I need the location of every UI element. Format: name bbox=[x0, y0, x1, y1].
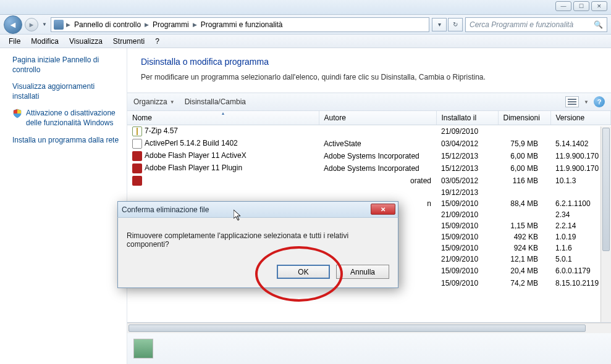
help-icon[interactable]: ? bbox=[594, 96, 605, 107]
chevron-down-icon[interactable]: ▼ bbox=[584, 99, 589, 105]
organize-button[interactable]: Organizza▼ bbox=[133, 97, 175, 106]
confirm-dialog: Conferma eliminazione file ✕ Rimuovere c… bbox=[117, 201, 398, 288]
selected-program-icon bbox=[133, 339, 153, 358]
program-installed: 21/09/2010 bbox=[436, 209, 498, 220]
program-size: 1,15 MB bbox=[498, 220, 550, 231]
sidebar-link-network-install[interactable]: Installa un programma dalla rete bbox=[12, 136, 122, 146]
sidebar-link-windows-features[interactable]: Attivazione o disattivazione delle funzi… bbox=[12, 109, 122, 128]
program-installed: 15/09/2010 bbox=[436, 198, 498, 209]
breadcrumb-item[interactable]: Programmi bbox=[151, 20, 190, 29]
program-installed: 15/12/2013 bbox=[436, 162, 498, 175]
search-input[interactable]: Cerca Programmi e funzionalità 🔍 bbox=[465, 17, 607, 32]
scrollbar-thumb[interactable] bbox=[602, 128, 610, 251]
dialog-close-button[interactable]: ✕ bbox=[371, 204, 395, 215]
program-installed: 15/09/2010 bbox=[436, 220, 498, 231]
program-icon bbox=[132, 176, 142, 186]
program-installed: 19/12/2013 bbox=[436, 187, 498, 198]
table-row[interactable]: 19/12/2013 bbox=[127, 187, 611, 198]
program-name: ActivePerl 5.14.2 Build 1402 bbox=[145, 139, 238, 147]
nav-history-dropdown[interactable]: ▼ bbox=[41, 17, 48, 32]
program-icon bbox=[132, 151, 142, 161]
program-size: 492 KB bbox=[498, 231, 550, 242]
breadcrumb[interactable]: ▶ Pannello di controllo ▶ Programmi ▶ Pr… bbox=[51, 17, 429, 32]
program-name: 7-Zip 4.57 bbox=[145, 126, 178, 135]
uninstall-change-button[interactable]: Disinstalla/Cambia bbox=[185, 97, 246, 106]
col-header-name[interactable]: Nome bbox=[127, 111, 319, 125]
program-size: 74,2 MB bbox=[498, 277, 550, 289]
program-author: Adobe Systems Incorporated bbox=[319, 162, 436, 175]
menu-file[interactable]: File bbox=[4, 35, 25, 48]
program-size bbox=[498, 187, 550, 198]
col-header-size[interactable]: Dimensioni bbox=[498, 111, 550, 125]
program-size: 924 KB bbox=[498, 242, 550, 254]
program-icon bbox=[132, 139, 142, 149]
menu-edit[interactable]: Modifica bbox=[26, 35, 64, 48]
breadcrumb-dropdown[interactable]: ▾ bbox=[432, 18, 447, 31]
page-description: Per modificare un programma selezionarlo… bbox=[141, 73, 597, 81]
page-title: Disinstalla o modifica programma bbox=[141, 57, 597, 67]
program-author: ActiveState bbox=[319, 138, 436, 150]
sidebar-link-home[interactable]: Pagina iniziale Pannello di controllo bbox=[12, 56, 122, 75]
breadcrumb-item[interactable]: Pannello di controllo bbox=[73, 20, 142, 29]
program-size: 6,00 MB bbox=[498, 162, 550, 175]
table-row[interactable]: Adobe Flash Player 11 PluginAdobe System… bbox=[127, 162, 611, 175]
program-installed: 15/09/2010 bbox=[436, 265, 498, 277]
window-titlebar: — ☐ ✕ bbox=[0, 0, 611, 15]
program-name: Adobe Flash Player 11 Plugin bbox=[145, 163, 242, 172]
program-installed: 15/09/2010 bbox=[436, 277, 498, 289]
col-header-version[interactable]: Versione bbox=[550, 111, 611, 125]
program-size: 116 MB bbox=[498, 175, 550, 187]
program-installed: 21/09/2010 bbox=[436, 125, 498, 138]
chevron-right-icon: ▶ bbox=[143, 22, 150, 28]
vertical-scrollbar[interactable] bbox=[600, 126, 611, 322]
col-header-installed[interactable]: Installato il bbox=[436, 111, 498, 125]
refresh-button[interactable]: ↻ bbox=[448, 18, 463, 31]
program-size bbox=[498, 125, 550, 138]
window-close-button[interactable]: ✕ bbox=[591, 1, 607, 11]
menu-help[interactable]: ? bbox=[150, 35, 164, 48]
program-author: Adobe Systems Incorporated bbox=[319, 150, 436, 162]
program-installed: 03/05/2012 bbox=[436, 175, 498, 187]
menu-bar: File Modifica Visualizza Strumenti ? bbox=[0, 35, 611, 48]
scrollbar-thumb[interactable] bbox=[129, 325, 586, 332]
window-minimize-button[interactable]: — bbox=[555, 1, 571, 11]
view-options-button[interactable] bbox=[565, 96, 579, 107]
program-installed: 21/09/2010 bbox=[436, 254, 498, 265]
search-icon: 🔍 bbox=[594, 20, 603, 29]
dialog-ok-button[interactable]: OK bbox=[277, 265, 330, 279]
nav-back-button[interactable]: ◄ bbox=[4, 15, 22, 34]
dialog-title: Conferma eliminazione file bbox=[122, 205, 209, 214]
table-row[interactable]: orated03/05/2012116 MB10.1.3 bbox=[127, 175, 611, 187]
menu-tools[interactable]: Strumenti bbox=[108, 35, 150, 48]
dialog-cancel-button[interactable]: Annulla bbox=[336, 265, 389, 279]
program-installed: 15/09/2010 bbox=[436, 231, 498, 242]
dialog-titlebar[interactable]: Conferma eliminazione file ✕ bbox=[117, 201, 398, 218]
address-bar-row: ◄ ► ▼ ▶ Pannello di controllo ▶ Programm… bbox=[0, 15, 611, 35]
nav-forward-button[interactable]: ► bbox=[25, 18, 38, 31]
program-icon bbox=[132, 126, 142, 136]
program-size: 12,1 MB bbox=[498, 254, 550, 265]
program-size: 6,00 MB bbox=[498, 150, 550, 162]
dialog-message: Rimuovere completamente l'applicazione s… bbox=[127, 231, 389, 249]
table-row[interactable]: 7-Zip 4.5721/09/2010 bbox=[127, 125, 611, 138]
toolbar: Organizza▼ Disinstalla/Cambia ▼ ? bbox=[127, 93, 611, 111]
program-icon bbox=[132, 163, 142, 173]
program-size: 88,4 MB bbox=[498, 198, 550, 209]
menu-view[interactable]: Visualizza bbox=[64, 35, 107, 48]
program-size bbox=[498, 209, 550, 220]
table-row[interactable]: Adobe Flash Player 11 ActiveXAdobe Syste… bbox=[127, 150, 611, 162]
sidebar-link-updates[interactable]: Visualizza aggiornamenti installati bbox=[12, 82, 122, 101]
table-row[interactable]: ActivePerl 5.14.2 Build 1402ActiveState0… bbox=[127, 138, 611, 150]
breadcrumb-item[interactable]: Programmi e funzionalità bbox=[200, 20, 284, 29]
program-author bbox=[319, 187, 436, 198]
horizontal-scrollbar[interactable] bbox=[127, 323, 611, 333]
program-author: orated bbox=[319, 175, 436, 187]
search-placeholder: Cerca Programmi e funzionalità bbox=[470, 20, 573, 29]
program-size: 75,9 MB bbox=[498, 138, 550, 150]
window-maximize-button[interactable]: ☐ bbox=[573, 1, 589, 11]
program-author bbox=[319, 125, 436, 138]
program-installed: 15/12/2013 bbox=[436, 150, 498, 162]
program-installed: 15/09/2010 bbox=[436, 242, 498, 254]
col-header-author[interactable]: Autore bbox=[319, 111, 436, 125]
program-size: 20,4 MB bbox=[498, 265, 550, 277]
